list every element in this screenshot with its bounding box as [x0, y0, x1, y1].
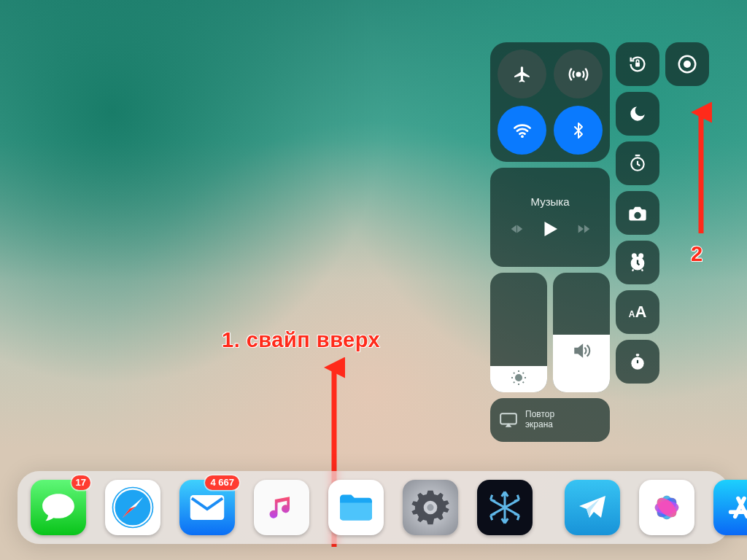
app-mail[interactable]: 4 667 [179, 480, 235, 535]
stopwatch-button[interactable] [616, 340, 659, 384]
files-icon [336, 491, 376, 524]
cellular-data-toggle[interactable] [554, 50, 603, 98]
alarm-clock-icon [627, 252, 648, 273]
volume-slider[interactable] [553, 273, 610, 392]
safari-icon [108, 483, 158, 532]
app-settings[interactable] [403, 480, 458, 535]
wifi-toggle[interactable] [498, 106, 546, 155]
text-size-icon: AA [629, 303, 647, 322]
screen-record-button[interactable] [665, 42, 709, 86]
airplane-icon [513, 65, 532, 84]
app-telegram[interactable] [565, 480, 620, 535]
dock: 17 4 667 33 [18, 471, 729, 544]
dock-pinned-apps: 17 4 667 [31, 480, 533, 535]
svg-point-18 [427, 504, 433, 510]
cc-mid-column: AA [616, 42, 659, 442]
music-icon [266, 491, 298, 524]
svg-point-7 [632, 254, 636, 257]
do-not-disturb-button[interactable] [616, 92, 659, 136]
messages-icon [40, 491, 77, 524]
snowflake-icon [486, 489, 524, 526]
app-files[interactable] [328, 480, 384, 535]
connectivity-group[interactable] [490, 42, 610, 162]
app-messages[interactable]: 17 [31, 480, 86, 535]
brightness-icon [490, 369, 547, 386]
app-safari[interactable] [105, 480, 160, 535]
app-appstore[interactable]: 33 [713, 480, 747, 535]
control-center: Музыка [490, 42, 708, 442]
svg-point-0 [576, 72, 580, 76]
cc-left-column: Музыка [490, 42, 610, 442]
text-size-button[interactable]: AA [616, 290, 659, 334]
timer-button[interactable] [616, 141, 659, 185]
airplay-icon [499, 412, 518, 428]
timer-icon [628, 154, 647, 173]
sliders-row [490, 273, 610, 392]
antenna-icon [568, 64, 589, 85]
screen-mirroring-button[interactable]: Повтор экрана [490, 398, 610, 442]
badge-mail: 4 667 [205, 475, 239, 490]
app-photos[interactable] [639, 480, 694, 535]
orientation-lock-button[interactable] [616, 42, 659, 86]
bluetooth-toggle[interactable] [554, 106, 603, 155]
prev-track-icon[interactable] [508, 221, 525, 237]
screen-mirroring-label: Повтор экрана [525, 410, 554, 430]
brightness-slider[interactable] [490, 273, 547, 392]
svg-point-8 [639, 254, 643, 257]
camera-button[interactable] [616, 191, 659, 235]
svg-point-12 [684, 61, 691, 68]
record-icon [676, 53, 698, 75]
svg-rect-10 [636, 354, 639, 356]
mail-icon [188, 494, 226, 521]
arrow-up-2-icon [690, 102, 712, 238]
music-widget[interactable]: Музыка [490, 168, 610, 267]
moon-icon [628, 104, 647, 123]
telegram-icon [575, 490, 610, 525]
badge-messages: 17 [71, 475, 90, 490]
next-track-icon[interactable] [576, 221, 592, 237]
annotation-step2: 2 [691, 242, 703, 266]
svg-point-2 [516, 375, 522, 381]
orientation-lock-icon [627, 54, 648, 74]
music-title: Музыка [530, 195, 569, 208]
app-music[interactable] [254, 480, 309, 535]
dock-recent-apps: 33 [565, 480, 747, 535]
play-icon[interactable] [539, 218, 561, 240]
annotation-step1: 1. свайп вверх [222, 328, 380, 352]
airplane-mode-toggle[interactable] [498, 50, 546, 98]
wifi-icon [512, 120, 533, 141]
svg-rect-3 [500, 413, 516, 424]
app-unknown[interactable] [477, 480, 533, 535]
svg-rect-4 [635, 63, 640, 67]
bluetooth-icon [570, 122, 587, 139]
svg-point-1 [521, 135, 524, 138]
music-controls [508, 218, 592, 240]
gear-icon [410, 487, 451, 528]
volume-icon [553, 341, 610, 360]
svg-point-9 [631, 357, 643, 370]
appstore-icon [723, 489, 747, 526]
camera-icon [627, 204, 648, 222]
alarm-button[interactable] [616, 241, 659, 284]
photos-icon [646, 487, 687, 528]
stopwatch-icon [628, 352, 647, 371]
